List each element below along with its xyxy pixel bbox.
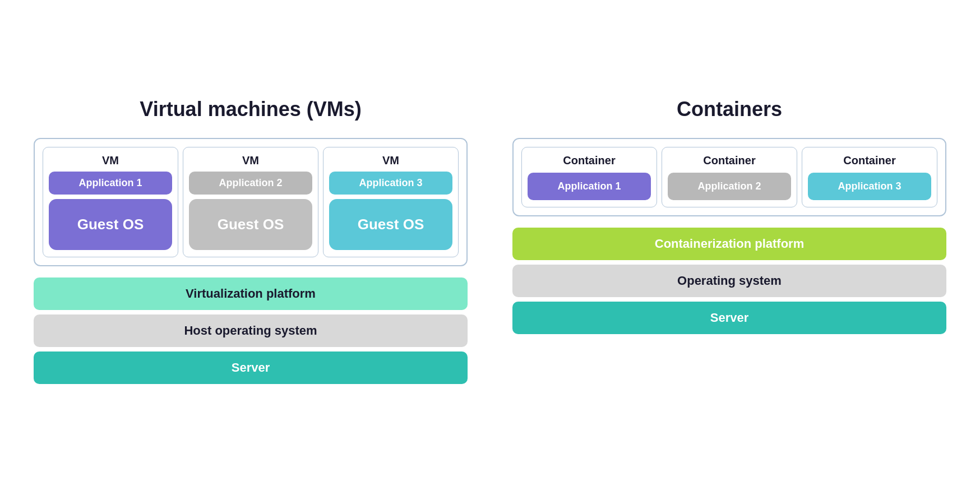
container-box-3: Container Application 3 — [802, 147, 937, 207]
vm-label-2: VM — [242, 154, 259, 167]
vm3-app-box: Application 3 — [329, 172, 452, 195]
vm1-app-box: Application 1 — [49, 172, 172, 195]
cont2-app-box: Application 2 — [668, 173, 791, 200]
virtualization-platform-bar: Virtualization platform — [34, 278, 468, 310]
vm-label-3: VM — [382, 154, 399, 167]
vm-platform-bars: Virtualization platform Host operating s… — [34, 278, 468, 384]
container-label-2: Container — [703, 154, 755, 167]
vm-server-bar: Server — [34, 351, 468, 384]
container-label-1: Container — [563, 154, 615, 167]
container-section: Containers Container Application 1 Conta… — [512, 98, 946, 334]
vm-box-1: VM Application 1 Guest OS — [43, 147, 178, 257]
container-box-2: Container Application 2 — [662, 147, 797, 207]
vm-label-1: VM — [102, 154, 119, 167]
container-row: Container Application 1 Container Applic… — [512, 138, 946, 216]
vm-row: VM Application 1 Guest OS VM Application… — [34, 138, 468, 266]
vm-box-3: VM Application 3 Guest OS — [323, 147, 459, 257]
host-os-bar: Host operating system — [34, 314, 468, 347]
vm2-guest-os: Guest OS — [189, 199, 312, 250]
operating-system-bar: Operating system — [512, 265, 946, 297]
containerization-platform-bar: Containerization platform — [512, 228, 946, 260]
page-wrapper: Virtual machines (VMs) VM Application 1 … — [0, 75, 980, 406]
container-section-title: Containers — [677, 98, 782, 121]
vm-box-2: VM Application 2 Guest OS — [183, 147, 318, 257]
container-box-1: Container Application 1 — [521, 147, 657, 207]
container-label-3: Container — [843, 154, 895, 167]
container-platform-bars: Containerization platform Operating syst… — [512, 228, 946, 334]
vm3-guest-os: Guest OS — [329, 199, 452, 250]
container-server-bar: Server — [512, 302, 946, 334]
vm1-guest-os: Guest OS — [49, 199, 172, 250]
vm2-app-box: Application 2 — [189, 172, 312, 195]
cont3-app-box: Application 3 — [808, 173, 931, 200]
cont1-app-box: Application 1 — [528, 173, 651, 200]
vm-section-title: Virtual machines (VMs) — [140, 98, 361, 121]
vm-section: Virtual machines (VMs) VM Application 1 … — [34, 98, 468, 384]
